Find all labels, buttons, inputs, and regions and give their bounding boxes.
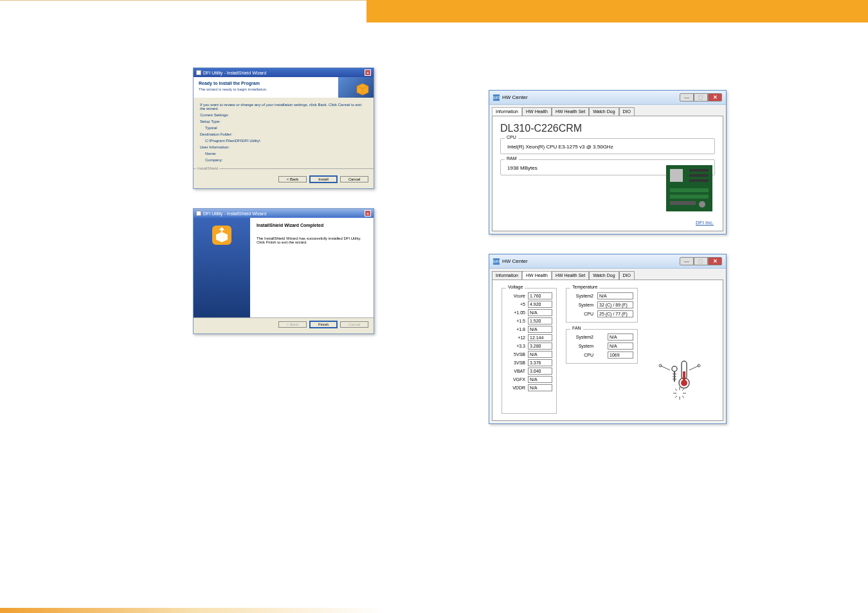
- back-button[interactable]: < Back: [278, 176, 307, 182]
- tab-dio[interactable]: DIO: [619, 107, 635, 116]
- name-label: Name:: [205, 152, 367, 155]
- fan-label: FAN: [570, 326, 583, 330]
- voltage-label: +1.5: [506, 319, 528, 323]
- voltage-value: 4.920: [528, 301, 552, 308]
- voltage-label: +1.05: [506, 310, 528, 315]
- hw-center-health-window: DFI HW Center — ▢ ✕ Information HW Healt…: [489, 254, 727, 424]
- temperature-group: Temperature System2N/ASystem32 (C) / 89 …: [566, 288, 638, 323]
- close-icon[interactable]: ×: [365, 69, 371, 76]
- window-titlebar[interactable]: DFI HW Center — ▢ ✕: [489, 254, 726, 269]
- svg-rect-4: [689, 174, 709, 177]
- dialog-title: DFI Utility - InstallShield Wizard: [203, 71, 266, 75]
- window-titlebar[interactable]: DFI HW Center — ▢ ✕: [489, 91, 726, 105]
- window-controls: — ▢ ✕: [680, 257, 722, 265]
- installer-icon: [196, 211, 201, 216]
- svg-rect-5: [689, 179, 709, 182]
- dialog-buttons: < Back Finish Cancel: [194, 318, 374, 333]
- setup-type-value: Typical: [205, 126, 367, 130]
- temp-label: CPU: [570, 312, 596, 316]
- dialog-titlebar[interactable]: DFI Utility - InstallShield Wizard ×: [194, 209, 374, 218]
- svg-rect-6: [670, 188, 709, 192]
- voltage-value: N/A: [528, 384, 552, 391]
- cancel-button: Cancel: [340, 321, 368, 328]
- svg-line-22: [675, 389, 677, 391]
- app-icon: DFI: [493, 258, 500, 265]
- tab-dio[interactable]: DIO: [619, 271, 635, 280]
- voltage-label: 3VSB: [506, 360, 528, 365]
- installer-complete-dialog: DFI Utility - InstallShield Wizard × Ins…: [193, 208, 374, 334]
- header-art: [338, 77, 374, 98]
- voltage-label: VDDR: [506, 386, 528, 390]
- window-title: HW Center: [502, 94, 528, 100]
- voltage-value: N/A: [528, 376, 552, 383]
- install-button[interactable]: Install: [309, 175, 338, 183]
- close-icon[interactable]: ×: [365, 210, 371, 217]
- close-icon[interactable]: ✕: [708, 257, 722, 265]
- box-icon: [354, 81, 371, 98]
- window-title: HW Center: [502, 258, 528, 264]
- tab-hw-health[interactable]: HW Health: [522, 271, 552, 280]
- tab-information[interactable]: Information: [492, 271, 522, 280]
- dest-folder-label: Destination Folder:: [200, 132, 367, 136]
- voltage-value: 3.376: [528, 359, 552, 366]
- temp-row: System32 (C) / 89 (F): [570, 301, 633, 308]
- fan-label: CPU: [570, 353, 596, 357]
- wizard-side-panel: [194, 218, 250, 317]
- dfi-link[interactable]: DFI Inc.: [696, 220, 714, 226]
- tab-content: DL310-C226CRM CPU Intel(R) Xeon(R) CPU E…: [492, 116, 723, 231]
- voltage-label: +5: [506, 302, 528, 306]
- svg-point-17: [681, 380, 687, 386]
- fan-label: System: [570, 344, 596, 348]
- dialog-heading: InstallShield Wizard Completed: [257, 223, 367, 227]
- dialog-titlebar[interactable]: DFI Utility - InstallShield Wizard ×: [194, 68, 374, 77]
- voltage-label: +1.8: [506, 327, 528, 332]
- dialog-body: If you want to review or change any of y…: [194, 98, 374, 168]
- voltage-label: VBAT: [506, 369, 528, 373]
- voltage-row: 3VSB3.376: [506, 359, 552, 366]
- voltage-row: 5VSBN/A: [506, 351, 552, 358]
- svg-line-24: [675, 396, 677, 398]
- minimize-icon[interactable]: —: [680, 257, 694, 265]
- footer-strip: [0, 608, 386, 613]
- voltage-group: Voltage Vcore1.760+54.920+1.05N/A+1.51.5…: [502, 288, 557, 414]
- voltage-row: +1.8N/A: [506, 326, 552, 333]
- cpu-value: Intel(R) Xeon(R) CPU E3-1275 v3 @ 3.50GH…: [507, 144, 708, 150]
- tab-watch-dog[interactable]: Watch Dog: [589, 271, 619, 280]
- fan-row: System2N/A: [570, 333, 633, 341]
- voltage-label: VGFX: [506, 377, 528, 382]
- svg-rect-3: [689, 169, 709, 172]
- finish-button[interactable]: Finish: [309, 321, 338, 328]
- cancel-button[interactable]: Cancel: [340, 176, 368, 182]
- voltage-row: Vcore1.760: [506, 292, 552, 299]
- minimize-icon[interactable]: —: [680, 93, 694, 102]
- tab-hw-health-set[interactable]: HW Health Set: [552, 107, 589, 116]
- temp-label: System2: [570, 294, 596, 298]
- close-icon[interactable]: ✕: [708, 93, 722, 102]
- user-info-label: User Information:: [200, 145, 367, 149]
- window-controls: — ▢ ✕: [680, 93, 722, 102]
- voltage-value: 12.144: [528, 334, 552, 341]
- maximize-icon[interactable]: ▢: [694, 93, 708, 102]
- maximize-icon[interactable]: ▢: [694, 257, 708, 265]
- company-label: Company:: [205, 158, 367, 162]
- instruction-text: If you want to review or change any of y…: [200, 103, 367, 111]
- voltage-label: +3.3: [506, 344, 528, 348]
- tab-hw-health[interactable]: HW Health: [522, 107, 552, 116]
- voltage-row: VDDRN/A: [506, 384, 552, 391]
- tab-watch-dog[interactable]: Watch Dog: [589, 107, 619, 116]
- fan-value: N/A: [608, 342, 633, 350]
- voltage-label: Vcore: [506, 294, 528, 298]
- voltage-value: N/A: [528, 351, 552, 358]
- voltage-row: VGFXN/A: [506, 376, 552, 383]
- tab-hw-health-set[interactable]: HW Health Set: [552, 271, 589, 280]
- fan-row: CPU1069: [570, 351, 633, 359]
- svg-rect-2: [670, 169, 683, 182]
- voltage-row: +54.920: [506, 301, 552, 308]
- svg-rect-8: [670, 201, 696, 205]
- hw-center-info-window: DFI HW Center — ▢ ✕ Information HW Healt…: [489, 90, 727, 235]
- svg-point-14: [672, 366, 677, 371]
- tab-information[interactable]: Information: [492, 107, 522, 116]
- voltage-label: 5VSB: [506, 352, 528, 357]
- svg-line-23: [682, 389, 684, 391]
- voltage-row: +3.33.280: [506, 342, 552, 350]
